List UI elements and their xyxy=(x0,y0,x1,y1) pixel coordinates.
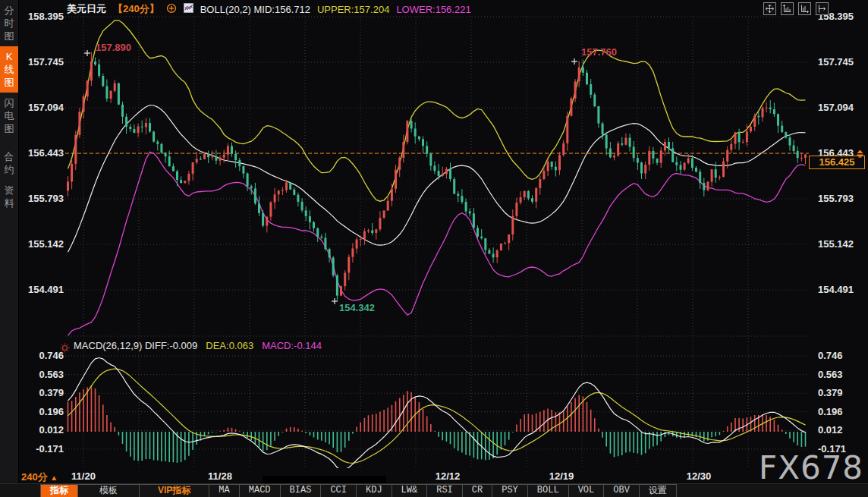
high-price-annotation-2: 157.760 xyxy=(581,46,617,58)
toolbar-tab-11[interactable]: PSY xyxy=(492,484,528,497)
chart-legend: 美元日元 【240分】 BOLL(20,2) MID:156.712 UPPER… xyxy=(67,2,471,16)
toolbar-tab-6[interactable]: CCI xyxy=(320,484,357,497)
boll-mid-value: BOLL(20,2) MID:156.712 xyxy=(200,4,310,15)
toolbar-tab-0[interactable]: 指标 xyxy=(40,484,78,497)
toolbar-tab-8[interactable]: LW& xyxy=(392,484,428,497)
toolbar-tab-9[interactable]: RSI xyxy=(426,484,463,497)
toolbar-tab-12[interactable]: BOLL xyxy=(527,484,569,497)
toolbar-tab-10[interactable]: CR xyxy=(462,484,492,497)
sidebar-item-1[interactable]: K线图 xyxy=(0,46,18,93)
chart-type-sidebar: 分时图K线图闪电图合约资料 xyxy=(0,0,19,483)
macd-settings-icon[interactable] xyxy=(60,342,70,356)
zoom-vertical-axis-icon[interactable] xyxy=(781,2,794,15)
macd-axis-label-left-4: 0.012 xyxy=(21,424,64,436)
toolbar-tab-3[interactable]: MA xyxy=(209,484,239,497)
macd-axis-label-left-3: 0.196 xyxy=(21,406,64,417)
macd-value: MACD:-0.144 xyxy=(262,340,322,351)
toolbar-tab-4[interactable]: MACD xyxy=(239,484,281,497)
macd-histogram xyxy=(68,385,806,463)
indicator-toolbar: 指标模板VIP指标MAMACDBIASCCIKDJLW&RSICRPSYBOLL… xyxy=(0,483,868,497)
toolbar-tab-14[interactable]: OBV xyxy=(603,484,640,497)
macd-axis-label-right-3: 0.196 xyxy=(818,406,843,417)
date-label-2: 12/12 xyxy=(436,470,461,482)
boll-mid-line xyxy=(68,105,806,253)
macd-axis-label-left-0: 0.746 xyxy=(21,350,64,361)
high-price-annotation: 157.890 xyxy=(96,42,131,53)
sidebar-item-3[interactable]: 合约 xyxy=(0,146,18,180)
macd-axis-label-right-4: 0.012 xyxy=(818,424,843,436)
period-label[interactable]: 【240分】 xyxy=(113,2,159,16)
toolbar-tab-15[interactable]: 设置 xyxy=(639,484,677,497)
sidebar-item-0[interactable]: 分时图 xyxy=(0,0,18,46)
macd-lines xyxy=(68,358,806,470)
macd-axis-label-right-2: 0.379 xyxy=(818,387,843,398)
toolbar-tab-1[interactable]: 模板 xyxy=(77,484,140,497)
dea-line xyxy=(68,369,806,463)
sidebar-item-4[interactable]: 资料 xyxy=(0,180,18,213)
period-dropdown-icon[interactable]: ▲ xyxy=(50,473,58,482)
boll-upper-value: UPPER:157.204 xyxy=(317,4,389,15)
macd-legend: MACD(26,12,9) DIFF:-0.009 DEA:0.063 MACD… xyxy=(74,340,322,351)
candlestick-series xyxy=(67,52,807,300)
toolbar-tab-13[interactable]: VOL xyxy=(568,484,605,497)
toolbar-tab-7[interactable]: KDJ xyxy=(356,484,392,497)
price-axis-label-left-0: 158.395 xyxy=(21,11,64,22)
zoom-horizontal-axis-icon[interactable] xyxy=(798,2,811,15)
price-axis-label-right-1: 157.745 xyxy=(818,56,854,68)
date-label-3: 12/19 xyxy=(549,470,574,482)
add-indicator-icon[interactable] xyxy=(166,3,177,16)
toolbar-spacer xyxy=(0,484,41,497)
price-axis-label-right-6: 154.491 xyxy=(818,284,854,295)
date-label-0: 11/20 xyxy=(71,470,96,482)
macd-axis-label-left-5: -0.171 xyxy=(21,443,64,455)
boll-upper-line xyxy=(68,20,806,201)
toolbar-tab-5[interactable]: BIAS xyxy=(280,484,322,497)
price-axis-label-right-5: 155.142 xyxy=(818,238,854,250)
price-alert-icon[interactable] xyxy=(856,147,864,161)
chart-canvas[interactable] xyxy=(0,0,868,483)
sidebar-item-2[interactable]: 闪电图 xyxy=(0,93,18,139)
time-axis: 240分 ▲ 11/2011/2812/1212/1912/30 xyxy=(0,469,868,483)
symbol-name: 美元日元 xyxy=(67,2,106,16)
pan-right-icon[interactable] xyxy=(816,2,829,15)
low-price-annotation: 154.342 xyxy=(339,302,375,313)
toolbar-tab-2[interactable]: VIP指标 xyxy=(139,484,209,497)
macd-dea-value: DEA:0.063 xyxy=(206,340,253,351)
macd-axis-label-left-1: 0.563 xyxy=(21,369,64,380)
price-markers xyxy=(84,50,577,304)
price-axis-label-right-4: 155.793 xyxy=(818,193,854,204)
period-badge[interactable]: 240分 ▲ xyxy=(21,470,58,484)
gridlines xyxy=(65,17,809,467)
macd-axis-label-right-0: 0.746 xyxy=(818,350,843,361)
boll-indicator-icon[interactable] xyxy=(184,3,193,15)
price-axis-label-left-1: 157.745 xyxy=(21,56,64,68)
trading-app: 分时图K线图闪电图合约资料 美元日元 【240分】 BOLL(20,2) MID… xyxy=(0,0,868,497)
price-axis-label-right-2: 157.094 xyxy=(818,102,854,113)
diff-line xyxy=(68,358,806,470)
price-axis-label-left-4: 155.793 xyxy=(21,193,64,204)
price-axis-label-left-2: 157.094 xyxy=(21,102,64,113)
boll-bands xyxy=(68,20,806,335)
macd-params: MACD(26,12,9) DIFF:-0.009 xyxy=(74,340,197,351)
boll-lower-value: LOWER:156.221 xyxy=(396,4,470,15)
chart-tool-icons xyxy=(763,2,829,15)
date-label-4: 12/30 xyxy=(687,470,712,482)
price-axis-label-left-3: 156.443 xyxy=(21,147,64,159)
date-label-1: 11/28 xyxy=(208,470,232,482)
macd-axis-label-right-1: 0.563 xyxy=(818,369,843,380)
macd-axis-label-left-2: 0.379 xyxy=(21,387,64,398)
price-axis-label-left-5: 155.142 xyxy=(21,238,64,250)
move-tool-icon[interactable] xyxy=(763,2,776,15)
price-axis-label-left-6: 154.491 xyxy=(21,284,64,295)
